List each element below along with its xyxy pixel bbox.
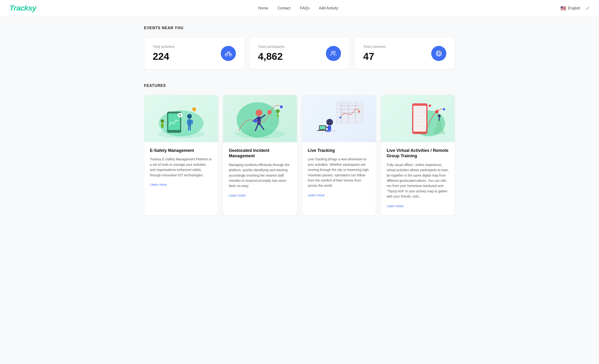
total-countries-card: Total countries 47: [354, 37, 455, 69]
virtual-title: Live Virtual Activities / Remote Group T…: [387, 148, 449, 159]
esafety-title: E-Safety Management: [150, 148, 212, 153]
svg-rect-22: [188, 126, 189, 130]
events-section-title: EVENTS NEAR YOU: [144, 26, 455, 30]
svg-rect-67: [414, 125, 425, 127]
logo: Tracksy: [9, 4, 36, 12]
total-participants-card: Total participants 4,862: [249, 37, 350, 69]
language-label: English: [568, 6, 580, 10]
fullscreen-icon[interactable]: ⤢: [586, 6, 590, 11]
svg-rect-27: [161, 123, 164, 128]
add-activity-link[interactable]: Add Activity: [319, 6, 338, 10]
svg-rect-21: [191, 120, 193, 124]
geolocated-desc: Managing incidents efficiently through t…: [229, 162, 291, 189]
svg-rect-23: [190, 126, 191, 130]
svg-point-26: [161, 119, 164, 123]
svg-point-70: [443, 108, 445, 110]
svg-rect-66: [414, 121, 425, 124]
total-activities-card: Total activities 224: [144, 37, 245, 69]
svg-point-39: [280, 105, 283, 108]
total-activities-value: 224: [153, 51, 175, 62]
total-countries-label: Total countries: [363, 44, 386, 49]
geolocated-illustration: [223, 95, 297, 142]
tracking-learn-more[interactable]: Learn more: [308, 193, 325, 197]
contact-link[interactable]: Contact: [278, 6, 291, 10]
geolocated-title: Geolocated Incident Management: [229, 148, 291, 159]
total-participants-label: Total participants: [258, 44, 285, 49]
svg-point-36: [254, 119, 257, 123]
svg-rect-63: [414, 111, 425, 113]
svg-point-50: [358, 111, 360, 112]
features-section-title: FEATURES: [144, 84, 455, 88]
svg-point-18: [187, 114, 192, 119]
svg-rect-31: [257, 117, 261, 125]
faqs-link[interactable]: FAQs: [300, 6, 309, 10]
esafety-illustration: [144, 95, 218, 142]
virtual-desc: Fully visual offline / online experience…: [387, 162, 449, 199]
svg-point-30: [256, 110, 262, 116]
svg-rect-20: [187, 120, 189, 124]
esafety-learn-more[interactable]: Learn more: [150, 183, 167, 186]
virtual-illustration: [381, 95, 455, 142]
virtual-card: Live Virtual Activities / Remote Group T…: [381, 95, 455, 215]
virtual-learn-more[interactable]: Learn more: [387, 204, 404, 208]
svg-rect-65: [414, 118, 425, 120]
svg-point-40: [276, 109, 280, 113]
tracking-illustration: [302, 95, 376, 142]
svg-point-3: [332, 51, 334, 53]
globe-icon: [431, 46, 446, 61]
svg-rect-62: [414, 107, 425, 110]
svg-point-2: [227, 51, 228, 52]
svg-point-4: [334, 51, 335, 53]
bike-icon: [221, 46, 236, 61]
home-link[interactable]: Home: [258, 6, 268, 10]
stat-cards-container: Total activities 224 Total participants …: [144, 37, 455, 69]
svg-point-49: [339, 117, 341, 119]
svg-point-51: [326, 119, 333, 126]
tracking-title: Live Tracking: [308, 148, 370, 153]
svg-rect-41: [277, 113, 279, 117]
esafety-card: E-Safety Management Tracksy E-Safety Man…: [144, 95, 218, 215]
flag-icon: 🇺🇸: [560, 5, 566, 11]
language-selector[interactable]: 🇺🇸 English: [560, 5, 580, 11]
geolocated-learn-more[interactable]: Learn more: [229, 194, 246, 197]
total-countries-value: 47: [363, 51, 386, 62]
total-activities-label: Total activities: [153, 44, 175, 49]
navbar: Tracksy Home Contact FAQs Add Activity 🇺…: [0, 0, 599, 17]
total-participants-value: 4,862: [258, 51, 285, 62]
geolocated-card: Geolocated Incident Management Managing …: [223, 95, 297, 215]
tracking-desc: Live Tracking brings a new dimension to …: [308, 157, 370, 188]
people-icon: [326, 46, 341, 61]
svg-rect-64: [414, 114, 425, 117]
svg-point-72: [438, 114, 441, 117]
features-grid: E-Safety Management Tracksy E-Safety Man…: [144, 95, 455, 215]
svg-rect-56: [320, 126, 326, 129]
svg-point-10: [440, 51, 441, 52]
tracking-card: Live Tracking Live Tracking brings a new…: [302, 95, 376, 215]
svg-point-75: [429, 105, 431, 107]
esafety-desc: Tracksy E-Safety Management Platform is …: [150, 157, 212, 178]
